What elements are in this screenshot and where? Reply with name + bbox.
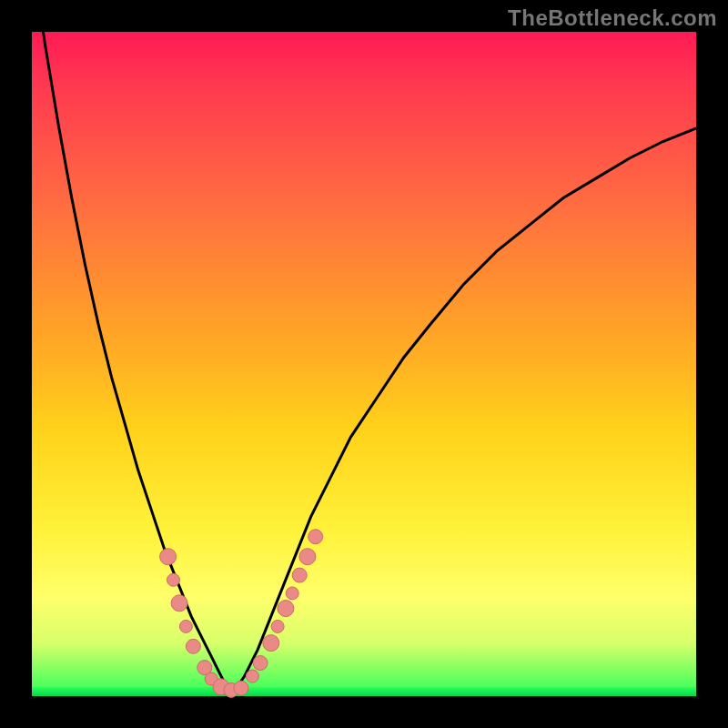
plot-baseline-strip bbox=[32, 687, 696, 696]
watermark-text: TheBottleneck.com bbox=[508, 5, 717, 31]
plot-area bbox=[32, 32, 696, 696]
chart-container: TheBottleneck.com bbox=[0, 0, 728, 728]
